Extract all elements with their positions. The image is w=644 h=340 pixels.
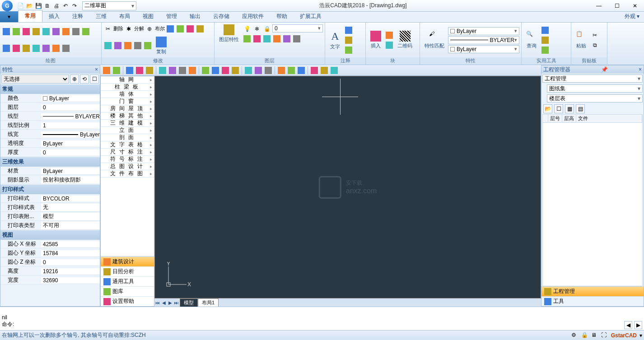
pm-combo-project[interactable]: 工程管理 bbox=[542, 75, 643, 83]
dtab-design[interactable]: 建筑设计 bbox=[101, 256, 154, 266]
leader-icon[interactable] bbox=[344, 36, 353, 45]
maximize-button[interactable]: ☐ bbox=[608, 0, 626, 12]
cut-icon[interactable]: ✂ bbox=[590, 31, 599, 40]
tb-icon[interactable] bbox=[221, 66, 230, 75]
tb-icon[interactable] bbox=[231, 66, 240, 75]
dtree-item[interactable]: 文件布图 bbox=[101, 170, 154, 177]
copy2-icon[interactable]: ⧉ bbox=[590, 41, 599, 50]
open-icon[interactable]: 📂 bbox=[25, 2, 33, 10]
scale-icon[interactable] bbox=[123, 41, 132, 50]
tab-prev-icon[interactable]: ◀ bbox=[161, 299, 167, 306]
prop-plotstyle[interactable]: BYCOLOR bbox=[41, 196, 100, 202]
group-3deffect[interactable]: 三维效果 bbox=[0, 157, 100, 167]
qr-button[interactable]: 二维码 bbox=[395, 30, 415, 50]
dtab-help[interactable]: 设置帮助 bbox=[101, 296, 154, 306]
dtree-item[interactable]: 墙体 bbox=[101, 91, 154, 98]
explode-icon[interactable]: ✱ bbox=[124, 24, 133, 33]
ellipse-icon[interactable] bbox=[51, 27, 61, 36]
status-lock-icon[interactable]: 🔒 bbox=[581, 332, 588, 339]
tb-icon[interactable] bbox=[330, 66, 339, 75]
tb-icon[interactable] bbox=[125, 66, 134, 75]
extend-icon[interactable] bbox=[103, 41, 112, 50]
dtree-item[interactable]: 门窗 bbox=[101, 98, 154, 105]
dtree-item[interactable]: 剖面 bbox=[101, 134, 154, 141]
move-icon[interactable] bbox=[176, 24, 185, 33]
dtree-item[interactable]: 立面 bbox=[101, 127, 154, 134]
pickadd-icon[interactable]: ⟲ bbox=[80, 75, 89, 84]
attdef-icon[interactable] bbox=[385, 41, 394, 50]
dtree-item[interactable]: 文字表格 bbox=[101, 141, 154, 149]
point-icon[interactable] bbox=[81, 27, 90, 36]
dtree-item[interactable]: 尺寸标注 bbox=[101, 149, 154, 156]
tab-next-icon[interactable]: ▶ bbox=[167, 299, 173, 306]
prop-linetype[interactable]: BYLAYER bbox=[41, 113, 100, 120]
status-monitor-icon[interactable]: 🖥 bbox=[591, 332, 598, 339]
pm-combo-sheets[interactable]: 图纸集 bbox=[547, 84, 643, 93]
block-icon[interactable] bbox=[385, 31, 394, 40]
selectobj-icon[interactable]: ☐ bbox=[90, 75, 99, 84]
prop-thickness[interactable]: 0 bbox=[41, 149, 100, 156]
tb-icon[interactable] bbox=[168, 66, 177, 75]
tab-3d[interactable]: 三维 bbox=[89, 11, 113, 22]
command-line[interactable]: nil 命令: ◀ ▶ bbox=[0, 307, 644, 330]
array-icon[interactable] bbox=[166, 24, 175, 33]
mline-icon[interactable] bbox=[61, 44, 70, 53]
pm-open-icon[interactable]: 📂 bbox=[543, 104, 552, 113]
pm-tree[interactable]: 层号 层高 文件 bbox=[542, 114, 643, 286]
arc-icon[interactable] bbox=[32, 27, 41, 36]
line-icon[interactable] bbox=[2, 27, 11, 36]
tb-icon[interactable] bbox=[277, 66, 286, 75]
tb-icon[interactable] bbox=[244, 66, 253, 75]
layerlock-icon[interactable]: 🔒 bbox=[262, 24, 271, 33]
pm-foot-tools[interactable]: 工具 bbox=[541, 296, 644, 306]
app-menu-button[interactable]: ▾ bbox=[0, 11, 18, 22]
tb-icon[interactable] bbox=[310, 66, 319, 75]
calc-icon[interactable] bbox=[541, 36, 550, 45]
group-view[interactable]: 视图 bbox=[0, 230, 100, 240]
layermerge-icon[interactable] bbox=[282, 34, 291, 43]
layerprev-icon[interactable] bbox=[262, 34, 271, 43]
prop-plottable[interactable]: 无 bbox=[41, 204, 100, 212]
tb-icon[interactable] bbox=[320, 66, 329, 75]
linetype-combo[interactable]: BYLAYER bbox=[448, 36, 519, 44]
current-layer-combo[interactable]: 0 bbox=[272, 24, 323, 33]
rect-icon[interactable] bbox=[42, 27, 51, 36]
erase-icon[interactable]: ✂ bbox=[103, 24, 112, 33]
pm-combo-floors[interactable]: 楼层表 bbox=[547, 94, 643, 102]
lineweight-combo[interactable]: ByLayer bbox=[448, 45, 519, 53]
close-button[interactable]: ✕ bbox=[626, 0, 644, 12]
group-plotstyle[interactable]: 打印样式 bbox=[0, 185, 100, 194]
prop-center-y[interactable]: 15784 bbox=[41, 250, 100, 257]
quickselect-icon[interactable]: ⊕ bbox=[70, 75, 79, 84]
polyline-icon[interactable] bbox=[12, 27, 21, 36]
undo-icon[interactable]: ↶ bbox=[61, 2, 70, 10]
tab-view[interactable]: 视图 bbox=[136, 11, 160, 22]
color-combo[interactable]: ByLayer bbox=[448, 27, 519, 35]
status-gear-icon[interactable]: ⚙ bbox=[571, 332, 579, 339]
tab-annotate[interactable]: 注释 bbox=[66, 11, 89, 22]
measure-icon[interactable] bbox=[541, 26, 550, 35]
dtree-item[interactable]: 楼梯其他 bbox=[101, 112, 154, 120]
appearance-button[interactable]: 外观 ▾ bbox=[620, 11, 644, 22]
layout1-tab[interactable]: 布局1 bbox=[198, 298, 219, 307]
prop-plottype[interactable]: 不可用 bbox=[41, 222, 100, 230]
layermatch-icon[interactable] bbox=[252, 34, 261, 43]
dtree-item[interactable]: 总图设计 bbox=[101, 163, 154, 170]
stretch-icon[interactable] bbox=[133, 41, 142, 50]
cmd-scroll-right-icon[interactable]: ▶ bbox=[634, 321, 642, 329]
pm-pin-icon[interactable]: 📌 bbox=[601, 66, 608, 73]
tb-icon[interactable] bbox=[211, 66, 220, 75]
new-icon[interactable]: 📄 bbox=[16, 2, 24, 10]
tb-icon[interactable] bbox=[264, 66, 273, 75]
fillet-icon[interactable] bbox=[143, 41, 152, 50]
dim-icon[interactable] bbox=[344, 26, 353, 35]
prop-ltscale[interactable]: 1 bbox=[41, 122, 100, 129]
properties-close-icon[interactable]: × bbox=[95, 66, 98, 73]
spline-icon[interactable] bbox=[71, 27, 80, 36]
tab-first-icon[interactable]: ⏮ bbox=[154, 299, 161, 306]
prop-center-z[interactable]: 0 bbox=[41, 259, 100, 266]
dtree-item[interactable]: 三维建模 bbox=[101, 120, 154, 127]
prop-lineweight[interactable]: ByLayer bbox=[41, 131, 100, 138]
prop-center-x[interactable]: 42585 bbox=[41, 241, 100, 248]
tab-common[interactable]: 常用 bbox=[18, 10, 42, 22]
